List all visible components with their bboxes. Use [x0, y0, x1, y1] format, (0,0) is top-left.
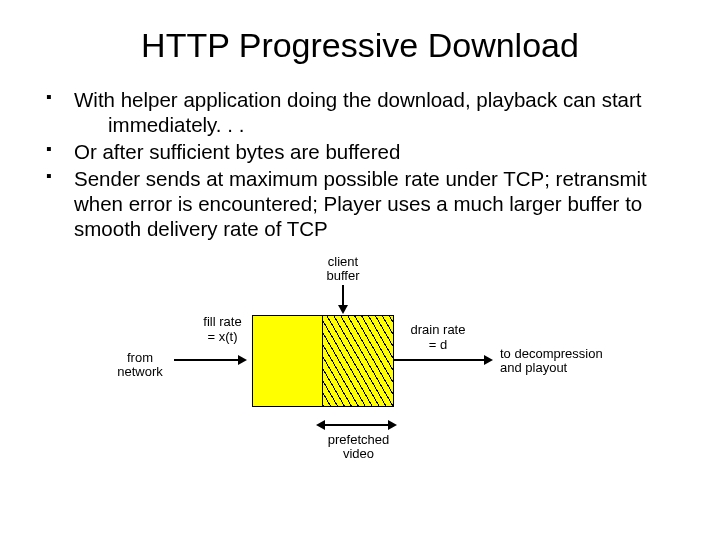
label-prefetched-video: prefetchedvideo	[316, 433, 401, 462]
arrow-in-head	[238, 355, 247, 365]
bullet-3-text: Sender sends at maximum possible rate un…	[74, 167, 647, 240]
label-from-network: fromnetwork	[110, 351, 170, 380]
arrow-out-head	[484, 355, 493, 365]
buffer-filled-zone	[252, 315, 324, 407]
arrow-client-buffer-head	[338, 305, 348, 314]
bullet-1-cont: immediately. . .	[74, 112, 680, 137]
label-drain-rate: drain rate= d	[403, 323, 473, 353]
label-to-decompression: to decompressionand playout	[500, 347, 620, 376]
label-fill-rate: fill rate= x(t)	[195, 315, 250, 345]
slide-title: HTTP Progressive Download	[40, 26, 680, 65]
bullet-1: With helper application doing the downlo…	[40, 87, 680, 137]
arrow-prefetch-right	[388, 420, 397, 430]
arrow-prefetch-left	[316, 420, 325, 430]
bullet-2: Or after sufficient bytes are buffered	[40, 139, 680, 164]
label-client-buffer: clientbuffer	[313, 255, 373, 284]
arrow-prefetch-line	[325, 424, 388, 426]
buffer-diagram: clientbuffer fromnetwork fill rate= x(t)…	[40, 255, 680, 465]
arrow-in-line	[174, 359, 238, 361]
bullet-1-text: With helper application doing the downlo…	[74, 88, 642, 111]
arrow-client-buffer-line	[342, 285, 344, 305]
bullet-3: Sender sends at maximum possible rate un…	[40, 166, 680, 241]
buffer-prefetch-zone	[322, 315, 394, 407]
arrow-out-line	[394, 359, 484, 361]
bullet-list: With helper application doing the downlo…	[40, 87, 680, 241]
